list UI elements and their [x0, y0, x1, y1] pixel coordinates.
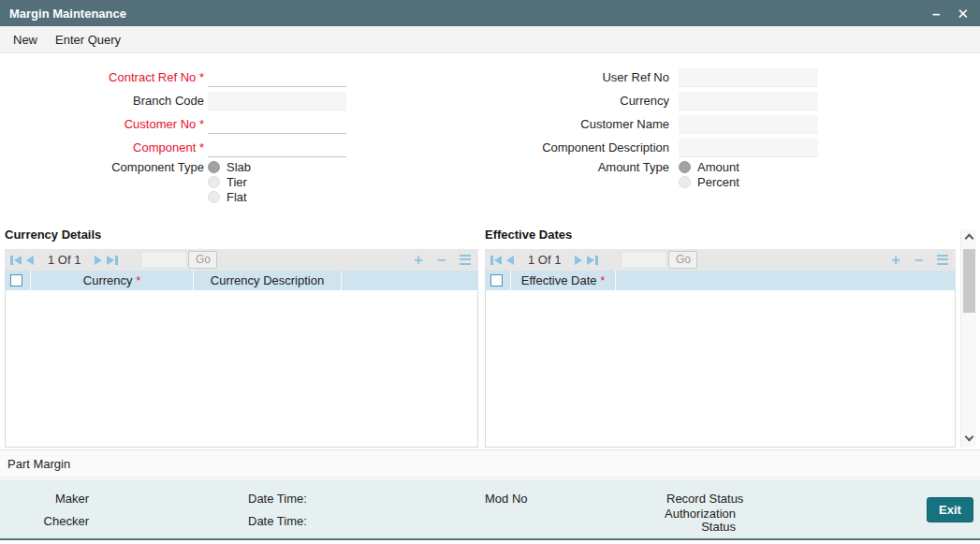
add-row-icon[interactable]: +: [891, 253, 900, 268]
amount-type-option-percent[interactable]: Percent: [679, 174, 739, 189]
currency-input: [679, 92, 818, 110]
effective-date-column-header: Effective Date*: [511, 271, 616, 290]
scroll-up-icon[interactable]: [964, 234, 973, 243]
radio-selected-icon: [679, 161, 691, 173]
first-page-icon[interactable]: [10, 256, 22, 265]
delete-row-icon[interactable]: −: [914, 253, 923, 268]
audit-footer: Maker Checker Date Time: Date Time: Mod …: [0, 479, 980, 538]
effective-dates-table-body: [485, 290, 956, 448]
scroll-down-icon[interactable]: [964, 433, 973, 442]
radio-unselected-icon: [208, 176, 220, 188]
window-controls: – ✕: [932, 7, 969, 21]
customer-no-row: Customer No *: [0, 112, 346, 136]
component-type-option-flat[interactable]: Flat: [208, 189, 251, 204]
component-type-option-tier[interactable]: Tier: [208, 174, 251, 189]
currency-details-section-title: Currency Details: [5, 228, 101, 242]
header-check-cell: [485, 271, 511, 290]
customer-name-label: Customer Name: [473, 117, 669, 131]
currency-description-column-header: Currency Description: [194, 271, 342, 290]
go-button[interactable]: Go: [668, 251, 697, 269]
effective-dates-table-header: Effective Date*: [485, 271, 956, 290]
page-number-input[interactable]: [622, 253, 666, 267]
checker-date-time-label: Date Time:: [248, 514, 307, 528]
title-bar: Margin Maintenance – ✕: [0, 0, 980, 26]
add-row-icon[interactable]: +: [414, 253, 422, 268]
radio-selected-icon: [208, 161, 220, 173]
single-view-icon[interactable]: [937, 255, 948, 265]
delete-row-icon[interactable]: −: [437, 253, 446, 268]
first-page-icon[interactable]: [490, 256, 502, 265]
component-input[interactable]: [208, 139, 346, 157]
currency-details-panel: 1 Of 1 Go + − Currency* Currency Descrip…: [5, 249, 478, 448]
select-all-checkbox[interactable]: [490, 274, 503, 287]
record-status-label: Record Status: [666, 492, 743, 506]
page-number-input[interactable]: [142, 253, 185, 267]
effective-dates-section-title: Effective Dates: [485, 228, 572, 242]
currency-details-table-body: [5, 290, 478, 448]
header-check-cell: [5, 271, 31, 290]
single-view-icon[interactable]: [460, 255, 471, 265]
vertical-scrollbar[interactable]: [960, 229, 976, 448]
last-page-icon[interactable]: [107, 256, 118, 265]
amount-type-radio-group: Amount Percent: [679, 159, 739, 189]
page-indicator: 1 Of 1: [528, 253, 561, 267]
user-ref-no-row: User Ref No: [473, 66, 818, 89]
component-description-label: Component Description: [473, 140, 669, 154]
branch-code-row: Branch Code: [0, 89, 346, 112]
form-left-column: Contract Ref No * Branch Code Customer N…: [0, 66, 346, 204]
page-indicator: 1 Of 1: [48, 253, 80, 267]
radio-unselected-icon: [679, 176, 691, 188]
currency-details-pager: 1 Of 1 Go + −: [5, 249, 478, 271]
row-action-icons: + −: [414, 253, 471, 268]
pager-nav: 1 Of 1: [490, 253, 598, 267]
customer-name-row: Customer Name: [473, 112, 818, 136]
scrollbar-thumb[interactable]: [963, 249, 975, 313]
empty-column-header: [616, 271, 956, 290]
radio-unselected-icon: [208, 191, 220, 203]
branch-code-input: [208, 92, 346, 110]
amount-type-option-amount[interactable]: Amount: [679, 159, 739, 174]
margin-maintenance-window: Margin Maintenance – ✕ New Enter Query C…: [0, 0, 980, 544]
contract-ref-no-input[interactable]: [208, 68, 346, 87]
next-page-icon[interactable]: [95, 256, 102, 265]
minimize-icon[interactable]: –: [932, 7, 940, 21]
part-margin-strip: Part Margin: [0, 449, 980, 478]
component-type-radio-group: Slab Tier Flat: [208, 159, 251, 204]
prev-page-icon[interactable]: [26, 256, 34, 265]
component-type-option-slab[interactable]: Slab: [208, 159, 251, 174]
contract-ref-no-label: Contract Ref No *: [0, 70, 204, 84]
amount-type-row: Amount Type Amount Percent: [473, 159, 818, 189]
effective-dates-pager: 1 Of 1 Go + −: [485, 249, 956, 271]
branch-code-label: Branch Code: [0, 94, 204, 108]
customer-no-label: Customer No *: [0, 117, 204, 131]
maker-date-time-label: Date Time:: [248, 492, 307, 506]
last-page-icon[interactable]: [587, 256, 598, 265]
effective-dates-panel: 1 Of 1 Go + − Effective Date*: [485, 249, 956, 448]
component-type-label: Component Type: [0, 159, 204, 175]
window-title: Margin Maintenance: [9, 7, 126, 21]
component-type-row: Component Type Slab Tier Flat: [0, 159, 346, 204]
window-bottom-border: [0, 538, 980, 540]
select-all-checkbox[interactable]: [10, 274, 22, 287]
row-action-icons: + −: [891, 253, 948, 268]
component-description-row: Component Description: [473, 136, 818, 159]
component-description-input: [679, 139, 818, 157]
form-right-column: User Ref No Currency Customer Name Compo…: [473, 66, 818, 189]
close-icon[interactable]: ✕: [957, 7, 969, 21]
amount-type-label: Amount Type: [473, 159, 669, 175]
contract-ref-no-row: Contract Ref No *: [0, 66, 346, 89]
go-button[interactable]: Go: [188, 251, 217, 269]
customer-no-input[interactable]: [208, 115, 346, 134]
action-menu-bar: New Enter Query: [0, 26, 980, 53]
mod-no-label: Mod No: [485, 492, 528, 506]
enter-query-menu-item[interactable]: Enter Query: [55, 33, 121, 47]
currency-details-table-header: Currency* Currency Description: [5, 271, 478, 290]
next-page-icon[interactable]: [575, 256, 582, 265]
currency-row: Currency: [473, 89, 818, 112]
exit-button[interactable]: Exit: [927, 497, 973, 522]
prev-page-icon[interactable]: [506, 256, 514, 265]
new-menu-item[interactable]: New: [13, 33, 37, 47]
currency-column-header: Currency*: [31, 271, 194, 290]
part-margin-link[interactable]: Part Margin: [7, 457, 70, 471]
checker-label: Checker: [37, 514, 89, 528]
